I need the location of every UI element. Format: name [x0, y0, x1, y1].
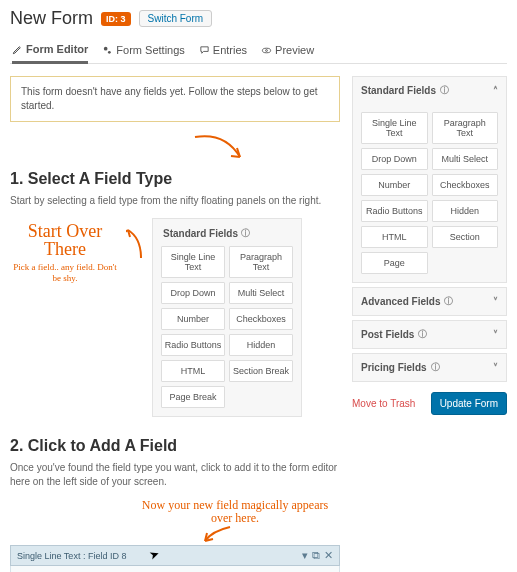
callout-new-field: Now your new field magically appears ove… [130, 499, 340, 525]
field-type-button[interactable]: Section [432, 226, 499, 248]
field-type-button[interactable]: Page [361, 252, 428, 274]
field-type-button[interactable]: Hidden [229, 334, 293, 356]
field-type-button[interactable]: Checkboxes [432, 174, 499, 196]
field-type-button[interactable]: Number [361, 174, 428, 196]
arrow-icon [200, 525, 240, 543]
panel-heading: Standard Fields ⓘ [161, 227, 293, 246]
tab-label: Form Editor [26, 43, 88, 55]
accordion-header[interactable]: Standard Fields ⓘ ˄ [353, 77, 506, 104]
panel-title-text: Standard Fields [163, 228, 238, 239]
eye-icon [261, 45, 272, 56]
empty-form-notice: This form doesn't have any fields yet. F… [10, 76, 340, 122]
svg-point-0 [104, 46, 108, 50]
field-type-button[interactable]: HTML [361, 226, 428, 248]
field-type-button[interactable]: Radio Buttons [161, 334, 225, 356]
accordion-title: Advanced Fields [361, 296, 440, 307]
accordion-header[interactable]: Advanced Fields ⓘ ˅ [353, 288, 506, 315]
tab-entries[interactable]: Entries [199, 37, 247, 63]
field-type-button[interactable]: Paragraph Text [229, 246, 293, 278]
info-icon: ⓘ [444, 295, 453, 308]
field-type-button[interactable]: Multi Select [229, 282, 293, 304]
delete-icon[interactable]: ✕ [324, 549, 333, 562]
step1-desc: Start by selecting a field type from the… [10, 194, 340, 208]
cursor-icon: ➤ [147, 547, 161, 564]
tab-label: Form Settings [116, 44, 184, 56]
field-body: Untitled [10, 566, 340, 572]
tab-label: Preview [275, 44, 314, 56]
gears-icon [102, 45, 113, 56]
field-type-button[interactable]: Drop Down [361, 148, 428, 170]
accordion-header[interactable]: Pricing Fields ⓘ ˅ [353, 354, 506, 381]
standard-fields-panel-left: Standard Fields ⓘ Single Line TextParagr… [152, 218, 302, 417]
field-type-button[interactable]: Radio Buttons [361, 200, 428, 222]
page-title: New Form [10, 8, 93, 29]
chevron-down-icon: ˅ [493, 296, 498, 307]
svg-point-3 [266, 49, 268, 51]
svg-point-1 [108, 50, 111, 53]
tab-preview[interactable]: Preview [261, 37, 314, 63]
field-type-button[interactable]: Page Break [161, 386, 225, 408]
accordion-title: Pricing Fields [361, 362, 427, 373]
info-icon: ⓘ [440, 84, 449, 97]
callout-small-text: Pick a field.. any field. Don't be shy. [10, 262, 120, 284]
form-id-badge: ID: 3 [101, 12, 131, 26]
field-type-button[interactable]: HTML [161, 360, 225, 382]
pricing-fields-accordion: Pricing Fields ⓘ ˅ [352, 353, 507, 382]
field-type-button[interactable]: Drop Down [161, 282, 225, 304]
field-type-button[interactable]: Number [161, 308, 225, 330]
post-fields-accordion: Post Fields ⓘ ˅ [352, 320, 507, 349]
info-icon: ⓘ [418, 328, 427, 341]
speech-bubble-icon [199, 45, 210, 56]
field-type-button[interactable]: Single Line Text [161, 246, 225, 278]
accordion-title: Standard Fields [361, 85, 436, 96]
field-type-button[interactable]: Single Line Text [361, 112, 428, 144]
step1-heading: 1. Select A Field Type [10, 170, 340, 188]
field-header-bar[interactable]: Single Line Text : Field ID 8 ➤ ▾ ⧉ ✕ [10, 545, 340, 566]
info-icon: ⓘ [241, 227, 250, 240]
accordion-title: Post Fields [361, 329, 414, 340]
tab-label: Entries [213, 44, 247, 56]
duplicate-icon[interactable]: ⧉ [312, 549, 320, 562]
move-to-trash-link[interactable]: Move to Trash [352, 398, 415, 409]
accordion-header[interactable]: Post Fields ⓘ ˅ [353, 321, 506, 348]
pencil-icon [12, 44, 23, 55]
field-type-button[interactable]: Multi Select [432, 148, 499, 170]
arrow-icon [190, 132, 250, 166]
standard-fields-accordion: Standard Fields ⓘ ˄ Single Line TextPara… [352, 76, 507, 283]
chevron-up-icon: ˄ [493, 85, 498, 96]
field-type-button[interactable]: Checkboxes [229, 308, 293, 330]
field-type-button[interactable]: Paragraph Text [432, 112, 499, 144]
arrow-icon [126, 228, 146, 268]
field-bar-label: Single Line Text : Field ID 8 [17, 551, 126, 561]
collapse-icon[interactable]: ▾ [302, 549, 308, 562]
svg-point-2 [262, 48, 270, 53]
callout-start-over-there: Start Over There Pick a field.. any fiel… [10, 218, 120, 284]
step2-heading: 2. Click to Add A Field [10, 437, 340, 455]
chevron-down-icon: ˅ [493, 362, 498, 373]
update-form-button[interactable]: Update Form [431, 392, 507, 415]
switch-form-button[interactable]: Switch Form [139, 10, 213, 27]
field-type-button[interactable]: Section Break [229, 360, 293, 382]
tab-form-editor[interactable]: Form Editor [12, 37, 88, 64]
step2-desc: Once you've found the field type you wan… [10, 461, 340, 489]
chevron-down-icon: ˅ [493, 329, 498, 340]
advanced-fields-accordion: Advanced Fields ⓘ ˅ [352, 287, 507, 316]
callout-big-text: Start Over There [10, 222, 120, 258]
form-tabs: Form Editor Form Settings Entries Previe… [10, 37, 507, 64]
info-icon: ⓘ [431, 361, 440, 374]
tab-form-settings[interactable]: Form Settings [102, 37, 184, 63]
field-type-button[interactable]: Hidden [432, 200, 499, 222]
